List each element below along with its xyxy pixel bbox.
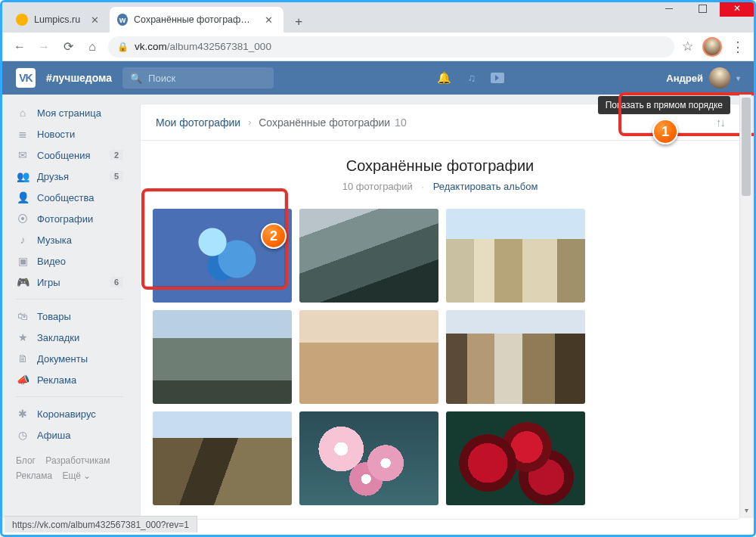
sort-order-icon[interactable]: ↑↓ bbox=[716, 116, 724, 129]
breadcrumb-count: 10 bbox=[395, 116, 407, 129]
photo-thumb[interactable] bbox=[446, 209, 585, 303]
url-host: vk.com bbox=[135, 41, 167, 52]
annotation-number-2: 2 bbox=[261, 223, 287, 249]
browser-menu-icon[interactable]: ⋮ bbox=[731, 39, 745, 55]
footer-link-dev[interactable]: Разработчикам bbox=[45, 455, 110, 466]
nav-reload-icon[interactable]: ⟳ bbox=[60, 39, 76, 55]
tab-lumpics[interactable]: Lumpics.ru ✕ bbox=[8, 7, 110, 33]
url-field[interactable]: 🔒 vk.com/album432567381_000 bbox=[108, 36, 674, 57]
video-icon[interactable] bbox=[491, 73, 504, 83]
sidebar-item[interactable]: 📣Реклама bbox=[8, 369, 131, 390]
tab-vk-album[interactable]: w Сохранённые фотографии – 10 ✕ bbox=[110, 7, 284, 33]
photo-grid bbox=[141, 206, 739, 519]
sidebar-item[interactable]: 🗎Документы bbox=[8, 348, 131, 369]
sidebar-item[interactable]: ◷Афиша bbox=[8, 424, 131, 445]
scroll-down-icon[interactable]: ▾ bbox=[740, 504, 752, 516]
sidebar-item[interactable]: ≣Новости bbox=[8, 123, 131, 144]
sidebar-item-icon: ▣ bbox=[16, 255, 29, 267]
vk-hashtag[interactable]: #лучшедома bbox=[46, 72, 112, 84]
bookmark-star-icon[interactable]: ☆ bbox=[682, 39, 693, 54]
sidebar-item-label: Новости bbox=[37, 129, 75, 140]
vk-search-input[interactable]: 🔍 Поиск bbox=[122, 67, 274, 88]
album-title: Сохранённые фотографии bbox=[141, 157, 739, 175]
music-icon[interactable]: ♫ bbox=[463, 70, 480, 86]
sidebar-item[interactable]: ⌂Моя страница bbox=[8, 102, 131, 123]
album-count: 10 фотографий bbox=[342, 181, 413, 192]
sort-tooltip: Показать в прямом порядке bbox=[598, 96, 730, 114]
sidebar-item-label: Реклама bbox=[37, 374, 76, 386]
window-maximize-button[interactable] bbox=[686, 0, 720, 17]
notifications-icon[interactable]: 🔔 bbox=[436, 70, 453, 86]
photo-thumb[interactable] bbox=[446, 310, 585, 404]
sidebar-item[interactable]: ✉Сообщения2 bbox=[8, 144, 131, 166]
sidebar-item-label: Сообщения bbox=[37, 150, 91, 161]
photo-thumb[interactable] bbox=[153, 411, 292, 505]
url-path: /album432567381_000 bbox=[167, 41, 271, 52]
profile-avatar-icon[interactable] bbox=[702, 37, 722, 57]
breadcrumb: Мои фотографии › Сохранённые фотографии … bbox=[141, 104, 739, 141]
sidebar-item-icon: 🛍 bbox=[16, 310, 29, 322]
sidebar-item[interactable]: 🛍Товары bbox=[8, 306, 131, 327]
nav-home-icon[interactable]: ⌂ bbox=[84, 39, 101, 55]
footer-link-blog[interactable]: Блог bbox=[16, 455, 36, 466]
window-close-button[interactable] bbox=[720, 0, 754, 17]
breadcrumb-current: Сохранённые фотографии bbox=[259, 116, 390, 129]
photo-thumb[interactable] bbox=[299, 209, 438, 303]
footer-link-ads[interactable]: Реклама bbox=[16, 470, 52, 481]
vk-user-avatar-icon bbox=[709, 67, 730, 88]
tab-title: Lumpics.ru bbox=[34, 14, 80, 25]
sidebar-item-label: Моя страница bbox=[37, 107, 101, 119]
lock-icon: 🔒 bbox=[117, 42, 129, 52]
vk-sidebar: ⌂Моя страница≣Новости✉Сообщения2👥Друзья5… bbox=[2, 95, 131, 518]
breadcrumb-root[interactable]: Мои фотографии bbox=[156, 116, 240, 129]
tab-title: Сохранённые фотографии – 10 bbox=[134, 14, 254, 25]
window-minimize-button[interactable] bbox=[652, 0, 686, 17]
vk-user-menu[interactable]: Андрей ▾ bbox=[666, 67, 740, 88]
chevron-down-icon: ▾ bbox=[736, 74, 740, 82]
scroll-thumb[interactable] bbox=[742, 98, 751, 196]
sidebar-item-icon: ✉ bbox=[16, 149, 29, 161]
browser-address-bar: ← → ⟳ ⌂ 🔒 vk.com/album432567381_000 ☆ ⋮ bbox=[2, 33, 754, 61]
sidebar-item-icon: ⌂ bbox=[16, 107, 29, 119]
chevron-right-icon: › bbox=[248, 117, 251, 128]
nav-back-icon[interactable]: ← bbox=[11, 39, 28, 55]
sidebar-item-label: Товары bbox=[37, 311, 71, 322]
sidebar-item-icon: ♪ bbox=[16, 234, 29, 246]
footer-link-more[interactable]: Ещё ⌄ bbox=[62, 470, 91, 481]
photo-thumb[interactable] bbox=[299, 310, 438, 404]
vk-logo-icon[interactable]: VK bbox=[16, 68, 36, 88]
sidebar-item[interactable]: 🎮Игры6 bbox=[8, 272, 131, 293]
photo-thumb[interactable] bbox=[446, 411, 585, 505]
photo-thumb[interactable] bbox=[153, 310, 292, 404]
separator-dot-icon: · bbox=[421, 181, 424, 192]
edit-album-link[interactable]: Редактировать альбом bbox=[433, 181, 538, 192]
sidebar-item[interactable]: 👤Сообщества bbox=[8, 187, 131, 208]
sidebar-item[interactable]: ✱Коронавирус bbox=[8, 403, 131, 424]
sidebar-item-label: Афиша bbox=[37, 430, 70, 441]
vertical-scrollbar[interactable]: ▾ bbox=[739, 95, 751, 516]
sidebar-item[interactable]: ♪Музыка bbox=[8, 229, 131, 250]
sidebar-badge: 5 bbox=[110, 171, 123, 182]
sidebar-item-icon: ★ bbox=[16, 331, 29, 343]
sidebar-item-icon: ✱ bbox=[16, 408, 29, 420]
sidebar-item-label: Видео bbox=[37, 256, 66, 267]
new-tab-button[interactable]: + bbox=[288, 11, 309, 33]
sidebar-item[interactable]: ▣Видео bbox=[8, 250, 131, 272]
tab-close-icon[interactable]: ✕ bbox=[91, 14, 99, 26]
nav-forward-icon[interactable]: → bbox=[36, 39, 52, 55]
sidebar-item-icon: 🗎 bbox=[16, 352, 29, 365]
sidebar-item[interactable]: 👥Друзья5 bbox=[8, 166, 131, 187]
tab-close-icon[interactable]: ✕ bbox=[265, 14, 273, 26]
sidebar-item-label: Коронавирус bbox=[37, 408, 96, 420]
sidebar-item-icon: ◷ bbox=[16, 429, 29, 441]
photo-thumb[interactable] bbox=[299, 411, 438, 505]
sidebar-item-icon: 🎮 bbox=[16, 276, 29, 288]
sidebar-item[interactable]: ★Закладки bbox=[8, 327, 131, 348]
sidebar-item-label: Сообщества bbox=[37, 192, 94, 203]
browser-tabbar: Lumpics.ru ✕ w Сохранённые фотографии – … bbox=[2, 2, 754, 33]
sidebar-item-icon: 📣 bbox=[16, 374, 29, 386]
sidebar-badge: 6 bbox=[110, 277, 123, 287]
sidebar-item-label: Фотографии bbox=[37, 213, 93, 225]
sidebar-item-label: Закладки bbox=[37, 332, 79, 343]
sidebar-item[interactable]: ⦿Фотографии bbox=[8, 208, 131, 229]
